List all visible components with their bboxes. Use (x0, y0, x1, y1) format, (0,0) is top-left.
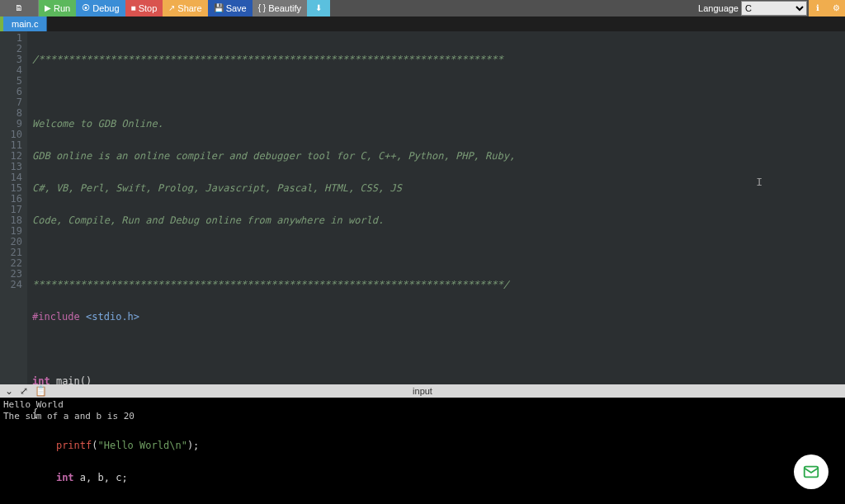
stop-button[interactable]: ■Stop (125, 0, 163, 16)
settings-button[interactable]: ⚙ (827, 0, 845, 16)
beautify-label: Beautify (268, 0, 301, 16)
info-button[interactable]: ℹ (809, 0, 827, 16)
tab-main-c[interactable]: main.c (3, 16, 47, 31)
stop-label: Stop (139, 0, 158, 16)
toolbar-spacer (330, 0, 696, 16)
share-label: Share (177, 0, 201, 16)
copy-icon[interactable]: 📋 (35, 385, 47, 397)
download-icon: ⬇ (315, 0, 322, 16)
code-editor[interactable]: 123456789101112131415161718192021222324 … (0, 31, 845, 384)
new-file-button[interactable]: 🗎 (0, 0, 38, 16)
play-icon: ▶ (45, 0, 51, 16)
save-label: Save (226, 0, 247, 16)
gear-icon: ⚙ (833, 0, 840, 16)
io-panel-title: input (413, 386, 432, 396)
stop-icon: ■ (131, 0, 136, 16)
share-button[interactable]: ↗Share (163, 0, 207, 16)
language-picker: Language C (696, 0, 809, 16)
mail-icon (802, 463, 820, 481)
collapse-icon[interactable]: ⌄ (5, 385, 13, 397)
download-button[interactable]: ⬇ (307, 0, 330, 16)
share-icon: ↗ (168, 0, 175, 16)
braces-icon: { } (258, 0, 266, 16)
beautify-button[interactable]: { }Beautify (253, 0, 307, 16)
tab-label: main.c (12, 19, 38, 29)
language-label: Language (698, 3, 739, 13)
tab-bar: main.c (0, 16, 845, 31)
debug-button[interactable]: ⦿Debug (76, 0, 125, 16)
debug-icon: ⦿ (82, 0, 90, 16)
chat-button[interactable] (794, 455, 828, 489)
io-toolbar: ⌄ ⤢ 📋 input (0, 384, 845, 398)
info-icon: ℹ (816, 0, 819, 16)
line-gutter: 123456789101112131415161718192021222324 (0, 31, 27, 384)
run-button[interactable]: ▶Run (39, 0, 76, 16)
save-button[interactable]: 💾Save (208, 0, 253, 16)
run-label: Run (54, 0, 70, 16)
expand-icon[interactable]: ⤢ (20, 385, 28, 397)
code-content[interactable]: /***************************************… (27, 31, 845, 384)
file-icon: 🗎 (15, 0, 23, 16)
language-select[interactable]: C (741, 1, 807, 16)
toolbar: 🗎 ▶Run ⦿Debug ■Stop ↗Share 💾Save { }Beau… (0, 0, 845, 16)
debug-label: Debug (92, 0, 119, 16)
save-icon: 💾 (214, 0, 224, 16)
